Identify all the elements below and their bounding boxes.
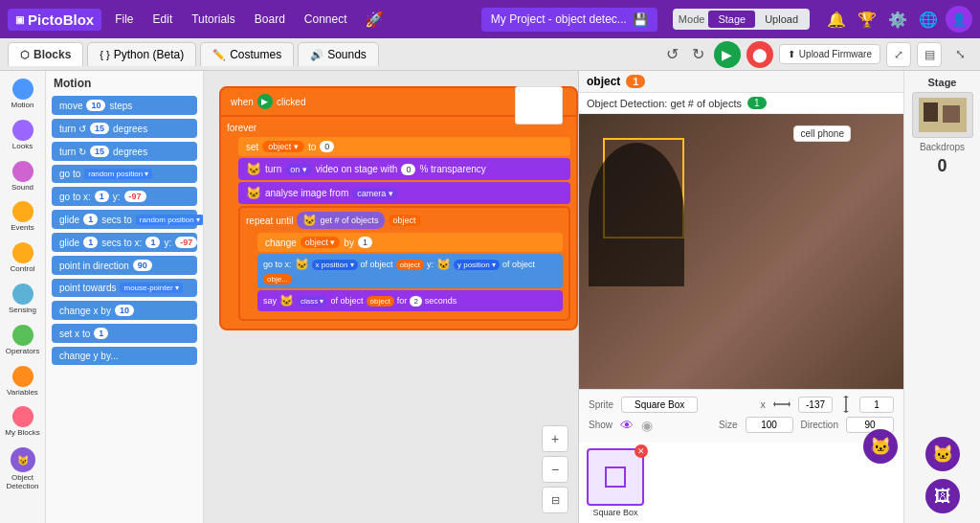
block-move[interactable]: move 10 steps bbox=[52, 96, 197, 115]
cat-operators[interactable]: Operators bbox=[0, 321, 45, 360]
block-change-y[interactable]: change y by... bbox=[52, 347, 197, 365]
cat-looks-label: Looks bbox=[12, 143, 33, 151]
sprite-thumbnail-area: ✕ Square Box bbox=[579, 443, 903, 523]
add-sprite-btn[interactable]: 🐱 bbox=[863, 429, 898, 464]
tabs-row: ⬡ Blocks { } Python (Beta) ✏️ Costumes 🔊… bbox=[0, 38, 980, 71]
block-go-xy[interactable]: go to x: 1 y: -97 bbox=[52, 187, 197, 206]
motion-dot bbox=[12, 79, 33, 100]
tab-sounds[interactable]: 🔊 Sounds bbox=[298, 42, 379, 66]
block-turn-left[interactable]: turn ↺ 15 degrees bbox=[52, 119, 197, 138]
cat-sensing[interactable]: Sensing bbox=[0, 280, 45, 319]
menu-board[interactable]: Board bbox=[249, 9, 291, 30]
stage-header: object 1 bbox=[579, 71, 903, 93]
menu-file[interactable]: File bbox=[109, 9, 139, 30]
tab-costumes[interactable]: ✏️ Costumes bbox=[200, 42, 294, 66]
repeat-until-block[interactable]: repeat until 🐱 get # of objects object c… bbox=[238, 206, 570, 321]
forever-block[interactable]: forever set object ▾ to 0 🐱 turn on ▾ vi… bbox=[219, 117, 578, 330]
upload-firmware-btn[interactable]: ⬆ Upload Firmware bbox=[779, 44, 880, 64]
block-set-x[interactable]: set x to 1 bbox=[52, 324, 197, 343]
fullscreen-icon[interactable]: ⤡ bbox=[947, 42, 972, 67]
connect-icon[interactable]: 🚀 bbox=[361, 6, 388, 33]
menu-connect[interactable]: Connect bbox=[299, 9, 353, 30]
cat-sound[interactable]: Sound bbox=[0, 157, 45, 196]
looks-dot bbox=[12, 120, 33, 141]
right-panel: Stage Backdrops 0 🐱 🖼 bbox=[903, 71, 980, 523]
stage-panel: object 1 Object Detection: get # of obje… bbox=[578, 71, 903, 523]
menu-edit[interactable]: Edit bbox=[147, 9, 179, 30]
trophy-icon[interactable]: 🏆 bbox=[854, 6, 880, 33]
save-icon[interactable]: 💾 bbox=[633, 12, 648, 27]
stage-mini-svg bbox=[919, 98, 967, 132]
layout-icon[interactable]: ▤ bbox=[917, 42, 942, 67]
video-block[interactable]: 🐱 turn on ▾ video on stage with 0 % tran… bbox=[238, 158, 570, 180]
add-backdrop-btn[interactable]: 🖼 bbox=[925, 479, 960, 513]
block-point-direction[interactable]: point in direction 90 bbox=[52, 256, 197, 275]
y-value-input[interactable] bbox=[859, 397, 894, 413]
cat-my-blocks-label: My Blocks bbox=[5, 429, 39, 438]
costumes-icon: ✏️ bbox=[212, 49, 226, 61]
tab-python[interactable]: { } Python (Beta) bbox=[87, 42, 196, 66]
blocks-icon: ⬡ bbox=[20, 49, 30, 61]
block-glide-xy[interactable]: glide 1 secs to x: 1 y: -97 bbox=[52, 233, 197, 252]
zoom-fit-btn[interactable]: ⊟ bbox=[542, 487, 568, 513]
x-value-input[interactable] bbox=[798, 397, 833, 413]
notification-icon[interactable]: 🔔 bbox=[823, 6, 850, 33]
redo-btn[interactable]: ↻ bbox=[688, 43, 708, 65]
undo-btn[interactable]: ↺ bbox=[662, 43, 682, 65]
x-label: x bbox=[761, 398, 767, 410]
show-eye-open[interactable]: 👁 bbox=[620, 418, 634, 433]
change-block[interactable]: change object ▾ by 1 bbox=[257, 233, 563, 252]
sprite-thumb-row: ✕ Square Box bbox=[587, 448, 896, 517]
backdrops-count: 0 bbox=[937, 156, 947, 176]
backdrops-label: Backdrops bbox=[920, 142, 965, 152]
add-sprite-icon-btn[interactable]: 🐱 bbox=[925, 437, 960, 471]
mode-stage-btn[interactable]: Stage bbox=[708, 11, 755, 28]
main-content: Motion Looks Sound Events Control Sensin… bbox=[0, 71, 980, 523]
workspace-inner: when ▶ clicked forever set object ▾ to 0… bbox=[204, 71, 578, 523]
analyse-block[interactable]: 🐱 analyse image from camera ▾ bbox=[238, 182, 570, 204]
cat-control-label: Control bbox=[11, 265, 35, 274]
goto-xy-block[interactable]: go to x: 🐱 x position ▾ of object object… bbox=[257, 254, 563, 288]
cat-control[interactable]: Control bbox=[0, 239, 45, 278]
sprite-name-input[interactable] bbox=[621, 397, 698, 413]
zoom-in-btn[interactable]: + bbox=[542, 425, 568, 452]
cat-events[interactable]: Events bbox=[0, 197, 45, 237]
set-block[interactable]: set object ▾ to 0 bbox=[238, 137, 570, 156]
block-glide-random[interactable]: glide 1 secs to random position ▾ bbox=[52, 210, 197, 229]
upload-icon: ⬆ bbox=[788, 49, 795, 59]
sensing-dot bbox=[12, 284, 33, 305]
cat-looks[interactable]: Looks bbox=[0, 116, 45, 155]
workspace[interactable]: when ▶ clicked forever set object ▾ to 0… bbox=[204, 71, 578, 523]
y-arrows-icon bbox=[840, 396, 852, 413]
cat-object-detection-label: Object Detection bbox=[2, 474, 43, 491]
settings-icon[interactable]: ⚙️ bbox=[884, 6, 911, 33]
cat-my-blocks[interactable]: My Blocks bbox=[0, 402, 45, 442]
green-flag-btn[interactable]: ▶ bbox=[714, 41, 741, 68]
block-change-x[interactable]: change x by 10 bbox=[52, 301, 197, 320]
cat-object-detection[interactable]: 😺 Object Detection bbox=[0, 443, 45, 495]
sprite-delete-btn[interactable]: ✕ bbox=[635, 444, 648, 458]
stage-mini-preview[interactable] bbox=[912, 92, 973, 138]
cat-variables[interactable]: Variables bbox=[0, 362, 45, 401]
block-go-random[interactable]: go to random position ▾ bbox=[52, 165, 197, 183]
avatar[interactable]: 👤 bbox=[946, 6, 972, 33]
object-detection-dot: 😺 bbox=[11, 447, 35, 472]
tab-blocks[interactable]: ⬡ Blocks bbox=[8, 42, 83, 66]
cat-motion[interactable]: Motion bbox=[0, 75, 45, 114]
sprite-thumb[interactable]: ✕ bbox=[587, 448, 644, 506]
red-stop-btn[interactable]: ⬤ bbox=[746, 41, 773, 68]
menu-tutorials[interactable]: Tutorials bbox=[186, 9, 241, 30]
block-turn-right[interactable]: turn ↻ 15 degrees bbox=[52, 142, 197, 161]
sounds-icon: 🔊 bbox=[310, 49, 323, 61]
language-icon[interactable]: 🌐 bbox=[915, 6, 942, 33]
svg-marker-1 bbox=[773, 401, 775, 407]
project-name[interactable]: My Project - object detec... 💾 bbox=[481, 8, 657, 32]
show-eye-closed[interactable]: ◉ bbox=[641, 418, 653, 433]
zoom-out-btn[interactable]: − bbox=[542, 456, 568, 483]
expand-icon[interactable]: ⤢ bbox=[886, 42, 911, 67]
say-block[interactable]: say 🐱 class ▾ of object object for 2 sec… bbox=[257, 290, 563, 311]
block-point-towards[interactable]: point towards mouse-pointer ▾ bbox=[52, 279, 197, 297]
section-title: Motion bbox=[52, 77, 197, 90]
size-input[interactable] bbox=[746, 417, 793, 433]
mode-upload-btn[interactable]: Upload bbox=[755, 11, 808, 28]
